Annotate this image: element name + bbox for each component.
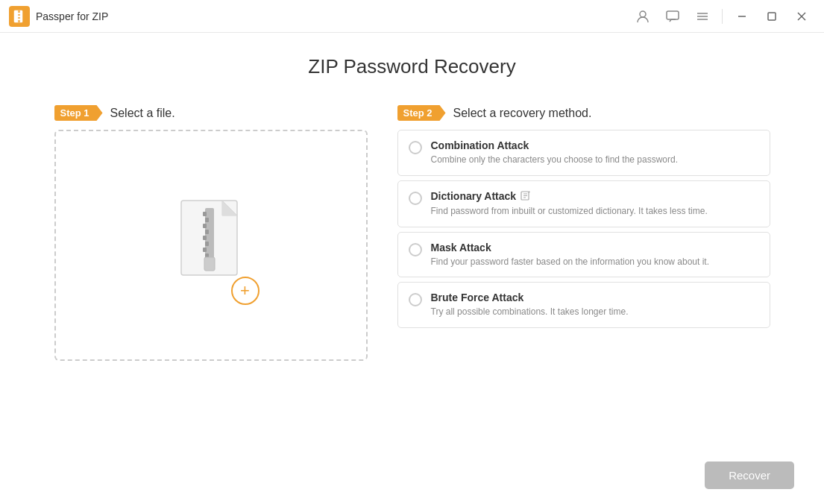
svg-rect-21	[205, 242, 209, 246]
app-title: Passper for ZIP	[36, 10, 108, 22]
maximize-button[interactable]	[758, 3, 785, 30]
svg-rect-18	[203, 224, 207, 228]
close-button[interactable]	[788, 3, 815, 30]
title-separator	[722, 9, 723, 24]
chat-button[interactable]	[659, 3, 686, 30]
step2-label: Select a recovery method.	[453, 107, 592, 120]
file-icon-wrapper: +	[170, 193, 252, 297]
svg-rect-6	[667, 11, 679, 19]
radio-dictionary[interactable]	[409, 192, 422, 205]
option-mask-title: Mask Attack	[431, 242, 759, 253]
step1-badge: Step 1	[54, 105, 103, 121]
option-combination-title: Combination Attack	[431, 139, 759, 151]
svg-rect-3	[18, 16, 20, 17]
option-bruteforce-content: Brute Force Attack Try all possible comb…	[431, 292, 759, 318]
radio-combination[interactable]	[409, 141, 422, 154]
main-content: ZIP Password Recovery Step 1 Select a fi…	[0, 33, 824, 454]
svg-point-5	[640, 11, 646, 17]
radio-mask[interactable]	[409, 243, 422, 256]
step1-section: Step 1 Select a file.	[54, 105, 368, 361]
svg-rect-16	[203, 212, 207, 216]
option-bruteforce-desc: Try all possible combinations. It takes …	[431, 306, 759, 318]
svg-rect-17	[205, 218, 209, 222]
option-mask-desc: Find your password faster based on the i…	[431, 256, 759, 268]
option-combination-desc: Combine only the characters you choose t…	[431, 154, 759, 166]
step1-header: Step 1 Select a file.	[54, 105, 368, 121]
title-bar: Passper for ZIP	[0, 0, 824, 33]
option-mask-content: Mask Attack Find your password faster ba…	[431, 242, 759, 268]
option-bruteforce-title: Brute Force Attack	[431, 292, 759, 303]
option-dictionary-content: Dictionary Attack Find password from inb…	[431, 190, 759, 218]
svg-rect-22	[203, 248, 207, 252]
option-combination[interactable]: Combination Attack Combine only the char…	[397, 130, 770, 176]
file-drop-area[interactable]: +	[54, 130, 368, 361]
step2-section: Step 2 Select a recovery method. Combina…	[397, 105, 770, 361]
title-bar-controls	[629, 3, 815, 30]
step2-header: Step 2 Select a recovery method.	[397, 105, 770, 121]
option-dictionary-title: Dictionary Attack	[431, 190, 759, 203]
page-title: ZIP Password Recovery	[308, 55, 515, 78]
svg-rect-24	[204, 257, 215, 271]
option-bruteforce[interactable]: Brute Force Attack Try all possible comb…	[397, 282, 770, 328]
bottom-bar: Recover	[0, 454, 824, 504]
steps-container: Step 1 Select a file.	[54, 105, 770, 361]
step2-badge: Step 2	[397, 105, 446, 121]
option-mask[interactable]: Mask Attack Find your password faster ba…	[397, 232, 770, 278]
option-dictionary-desc: Find password from inbuilt or customized…	[431, 205, 759, 218]
recovery-options-list: Combination Attack Combine only the char…	[397, 130, 770, 328]
svg-rect-19	[205, 230, 209, 234]
svg-rect-2	[18, 13, 20, 14]
svg-rect-4	[18, 19, 20, 20]
svg-rect-20	[203, 236, 207, 240]
recover-button[interactable]: Recover	[705, 462, 794, 489]
add-file-button[interactable]: +	[231, 277, 260, 305]
option-dictionary[interactable]: Dictionary Attack Find password from inb…	[397, 180, 770, 227]
radio-bruteforce[interactable]	[409, 293, 422, 306]
option-combination-content: Combination Attack Combine only the char…	[431, 139, 759, 166]
title-bar-left: Passper for ZIP	[9, 6, 108, 27]
svg-rect-11	[768, 13, 776, 20]
app-icon	[9, 6, 30, 27]
menu-button[interactable]	[689, 3, 716, 30]
account-button[interactable]	[629, 3, 656, 30]
dictionary-icon	[520, 190, 531, 203]
minimize-button[interactable]	[729, 3, 755, 30]
step1-label: Select a file.	[110, 107, 175, 120]
